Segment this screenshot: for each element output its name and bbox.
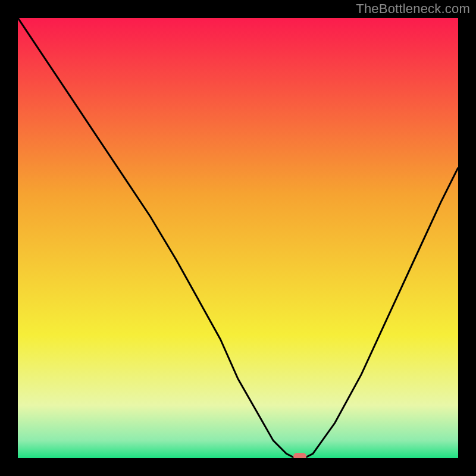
gradient-background [18, 18, 458, 458]
chart-area [18, 18, 458, 458]
optimal-point-marker [293, 453, 306, 458]
attribution-text: TheBottleneck.com [356, 1, 470, 17]
chart-svg [18, 18, 458, 458]
